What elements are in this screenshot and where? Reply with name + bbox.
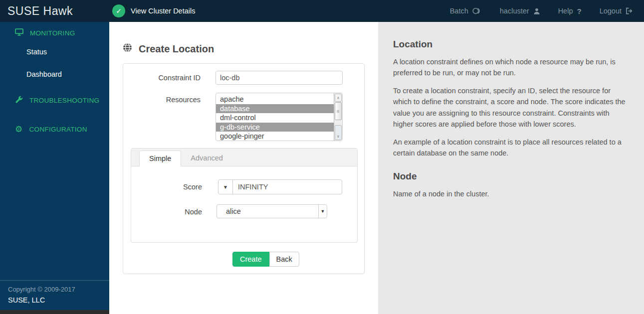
resource-option[interactable]: dml-control	[216, 113, 334, 123]
wrench-icon	[15, 96, 23, 105]
scrollbar-track[interactable]	[334, 120, 342, 125]
score-tab-card: Simple Advanced Score ▼ Node alic	[131, 148, 358, 243]
resources-options: apache database dml-control g-db-service…	[216, 93, 334, 141]
resource-option[interactable]: g-db-service	[216, 123, 334, 132]
help-section-node: Node Name of a node in the cluster.	[393, 171, 629, 199]
help-paragraph: To create a location constraint, specify…	[393, 85, 629, 130]
resources-multiselect[interactable]: apache database dml-control g-db-service…	[215, 93, 343, 141]
view-cluster-details-link[interactable]: ✓ View Cluster Details	[112, 4, 195, 17]
simple-tab-panel: Score ▼ Node alice ▼	[131, 166, 357, 242]
tab-strip: Simple Advanced	[131, 149, 357, 166]
constraint-id-input[interactable]	[215, 71, 343, 85]
help-title: Location	[393, 39, 629, 50]
globe-icon	[123, 43, 132, 55]
resources-scrollbar[interactable]: ∧ ≡ ∨	[334, 93, 342, 141]
resource-option[interactable]: apache	[216, 95, 334, 104]
cluster-ok-check-icon: ✓	[112, 4, 125, 17]
sidebar-item-dashboard[interactable]: Dashboard	[0, 66, 109, 82]
company-text: SUSE, LLC	[8, 296, 101, 304]
topbar: SUSE Hawk ✓ View Cluster Details Batch h…	[0, 0, 644, 22]
monitor-icon	[15, 28, 23, 37]
resource-option[interactable]: database	[216, 104, 334, 114]
scroll-up-icon[interactable]: ∧	[335, 94, 342, 102]
help-paragraph: An example of a location constraint is t…	[393, 137, 629, 159]
resource-option[interactable]: google-pinger	[216, 132, 334, 141]
back-button[interactable]: Back	[269, 252, 299, 267]
node-selected-value: alice	[217, 207, 318, 215]
logout-icon	[626, 7, 633, 14]
brand-logo: SUSE Hawk	[0, 4, 109, 18]
logout-button[interactable]: Logout	[600, 7, 633, 15]
sidebar-section-troubleshooting[interactable]: TROUBLESHOOTING	[0, 89, 109, 112]
form-actions: Create Back	[232, 252, 364, 267]
scrollbar-thumb[interactable]: ≡	[335, 102, 342, 120]
batch-icon	[472, 7, 482, 14]
copyright-text: Copyright © 2009-2017	[8, 286, 101, 293]
help-paragraph: A location constraint defines on which n…	[393, 56, 629, 79]
caret-down-icon: ▼	[223, 184, 228, 190]
score-input[interactable]	[232, 179, 342, 194]
help-section-location: Location A location constraint defines o…	[393, 39, 629, 159]
sidebar: MONITORING Status Dashboard TROUBLESHOOT…	[0, 22, 109, 314]
sidebar-section-configuration[interactable]: ⚙ CONFIGURATION	[0, 119, 109, 140]
constraint-id-label: Constraint ID	[123, 71, 215, 85]
batch-button[interactable]: Batch	[450, 7, 482, 15]
create-location-form: Constraint ID Resources apache database …	[123, 63, 365, 274]
help-title: Node	[393, 171, 629, 182]
sidebar-section-monitoring[interactable]: MONITORING	[0, 22, 109, 44]
help-button[interactable]: Help ?	[558, 7, 582, 15]
resources-label: Resources	[123, 93, 215, 141]
user-icon	[533, 7, 540, 15]
tab-simple[interactable]: Simple	[139, 151, 181, 166]
score-label: Score	[131, 179, 218, 194]
main-content: Create Location Constraint ID Resources …	[109, 22, 378, 314]
topnav: Batch hacluster Help ? Logout	[450, 7, 644, 15]
help-paragraph: Name of a node in the cluster.	[393, 188, 629, 199]
node-select[interactable]: alice ▼	[216, 204, 327, 218]
gear-icon: ⚙	[15, 125, 23, 134]
page-title: Create Location	[123, 43, 378, 55]
score-preset-dropdown-button[interactable]: ▼	[218, 179, 233, 194]
tab-advanced[interactable]: Advanced	[181, 151, 232, 166]
create-button[interactable]: Create	[232, 252, 269, 267]
scroll-down-icon[interactable]: ∨	[335, 125, 342, 140]
help-panel: Location A location constraint defines o…	[378, 22, 644, 314]
sidebar-footer: Copyright © 2009-2017 SUSE, LLC	[0, 280, 109, 310]
help-icon: ?	[577, 7, 581, 15]
node-label: Node	[131, 204, 218, 218]
sidebar-bottom-strip	[0, 310, 109, 314]
caret-down-icon: ▼	[318, 205, 327, 218]
cluster-status-label: View Cluster Details	[131, 7, 195, 15]
sidebar-item-status[interactable]: Status	[0, 44, 109, 60]
user-menu[interactable]: hacluster	[500, 7, 540, 15]
